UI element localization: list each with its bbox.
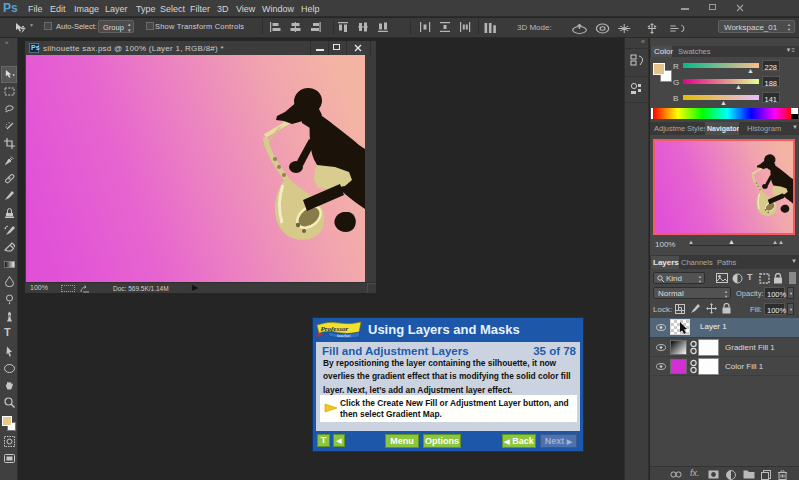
svg-text:teaches: teaches [337,333,351,338]
svg-text:Professor: Professor [321,325,349,333]
